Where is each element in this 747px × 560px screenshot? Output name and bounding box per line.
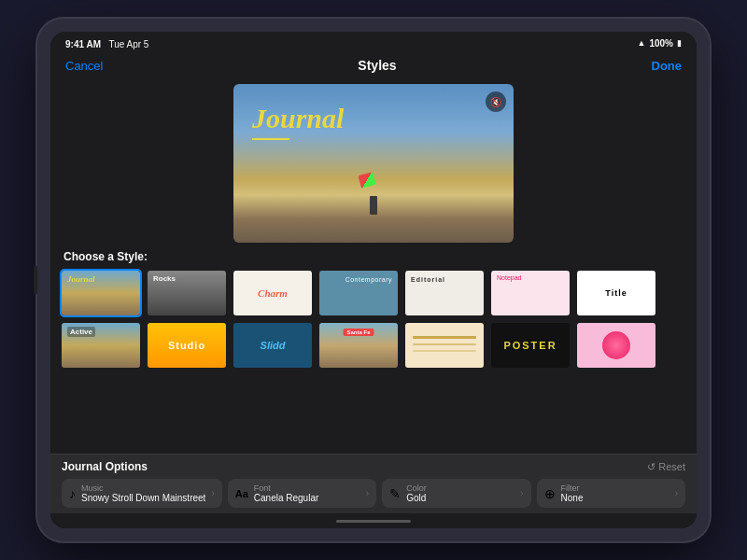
nav-bar: Cancel Styles Done xyxy=(50,54,697,80)
option-music-value: Snowy Stroll Down Mainstreet xyxy=(81,493,205,503)
chooser-label: Choose a Style: xyxy=(63,250,687,263)
thumb-lines-bar3 xyxy=(413,350,476,352)
style-chooser: Choose a Style: Journal Rocks xyxy=(50,250,697,454)
style-thumb-studio[interactable]: Studio xyxy=(146,321,228,370)
music-icon: ♪ xyxy=(69,486,76,501)
journal-options: Journal Options Reset ♪ Music Snowy Stro… xyxy=(50,454,697,513)
style-row-1: Journal Rocks Charm xyxy=(60,269,687,317)
wifi-icon: ▲ xyxy=(638,38,646,48)
option-filter-label: Filter xyxy=(561,483,669,493)
style-thumb-santafe[interactable]: Santa Fe xyxy=(317,321,400,370)
style-thumb-journal[interactable]: Journal xyxy=(60,269,142,317)
main-content: Journal Choose a Style: Journal xyxy=(50,80,697,528)
battery-level: 100% xyxy=(649,38,673,49)
preview-figure xyxy=(370,196,377,215)
style-thumb-notepad[interactable]: Notepad xyxy=(489,269,571,317)
cancel-button[interactable]: Cancel xyxy=(65,59,103,73)
option-filter[interactable]: ⊕ Filter None › xyxy=(537,479,685,508)
thumb-label-editorial: Editorial xyxy=(411,276,445,283)
options-header: Journal Options Reset xyxy=(62,460,685,473)
style-thumb-contemporary[interactable]: Contemporary xyxy=(317,269,400,317)
thumb-lines-bar1 xyxy=(413,336,476,339)
style-grid: Journal Rocks Charm xyxy=(60,269,687,370)
style-thumb-lines[interactable] xyxy=(403,321,486,370)
chevron-right-icon: › xyxy=(675,488,678,498)
options-row: ♪ Music Snowy Stroll Down Mainstreet › A… xyxy=(62,479,685,508)
home-bar[interactable] xyxy=(336,520,411,523)
color-icon: ✎ xyxy=(389,486,401,501)
style-thumb-poster[interactable]: POSTER xyxy=(489,321,571,370)
style-thumb-title[interactable]: Title xyxy=(575,269,657,317)
status-date: Tue Apr 5 xyxy=(108,39,148,49)
ipad-screen: 9:41 AM Tue Apr 5 ▲ 100% ▮ Cancel Styles… xyxy=(50,32,697,528)
option-font[interactable]: Aa Font Canela Regular › xyxy=(228,479,376,508)
style-thumb-slidd[interactable]: Slidd xyxy=(232,321,314,370)
style-thumb-flower[interactable] xyxy=(575,321,657,370)
status-time: 9:41 AM xyxy=(65,39,101,49)
reset-button[interactable]: Reset xyxy=(647,461,685,473)
option-color-value: Gold xyxy=(406,493,514,503)
preview-underline xyxy=(252,138,289,140)
thumb-label-notepad: Notepad xyxy=(497,274,521,281)
thumb-label-poster: POSTER xyxy=(503,340,557,351)
ipad-device: 9:41 AM Tue Apr 5 ▲ 100% ▮ Cancel Styles… xyxy=(37,19,710,541)
thumb-lines-bar2 xyxy=(413,343,476,345)
page-title: Styles xyxy=(358,58,396,73)
option-font-label: Font xyxy=(254,483,360,493)
preview-title-text: Journal xyxy=(252,103,344,134)
option-color-label: Color xyxy=(406,483,514,493)
thumb-label-santafe: Santa Fe xyxy=(343,329,374,336)
option-filter-text: Filter None xyxy=(561,483,669,503)
status-bar: 9:41 AM Tue Apr 5 ▲ 100% ▮ xyxy=(50,32,697,54)
chevron-right-icon: › xyxy=(366,488,369,498)
option-music-label: Music xyxy=(81,483,205,493)
chevron-right-icon: › xyxy=(520,488,523,498)
battery-icon: ▮ xyxy=(677,38,682,48)
preview-kite xyxy=(358,172,375,189)
filter-icon: ⊕ xyxy=(544,486,556,501)
option-color-text: Color Gold xyxy=(406,483,514,503)
thumb-label-studio: Studio xyxy=(168,340,205,351)
home-indicator xyxy=(50,513,697,528)
option-music[interactable]: ♪ Music Snowy Stroll Down Mainstreet › xyxy=(62,479,222,508)
option-music-text: Music Snowy Stroll Down Mainstreet xyxy=(81,483,205,503)
thumb-label-rocks: Rocks xyxy=(153,274,176,283)
option-color[interactable]: ✎ Color Gold › xyxy=(382,479,530,508)
style-thumb-active[interactable]: Active xyxy=(60,321,142,370)
video-preview: Journal xyxy=(233,84,514,243)
thumb-label-journal: Journal xyxy=(67,274,95,284)
done-button[interactable]: Done xyxy=(652,59,683,73)
thumb-label-slidd: Slidd xyxy=(261,340,286,351)
style-row-2: Active Studio Slidd xyxy=(60,321,687,370)
style-thumb-rocks[interactable]: Rocks xyxy=(146,269,228,317)
thumb-label-contemporary: Contemporary xyxy=(345,276,392,283)
style-thumb-editorial[interactable]: Editorial xyxy=(403,269,486,317)
thumb-flower-circle xyxy=(602,331,630,359)
side-button[interactable] xyxy=(34,266,37,294)
style-thumb-charm[interactable]: Charm xyxy=(232,269,314,317)
font-icon: Aa xyxy=(235,488,248,499)
preview-area: Journal xyxy=(50,80,697,250)
option-font-value: Canela Regular xyxy=(254,493,360,503)
thumb-label-charm: Charm xyxy=(258,287,288,299)
thumb-label-title: Title xyxy=(605,288,627,298)
option-filter-value: None xyxy=(561,493,669,503)
chevron-right-icon: › xyxy=(211,488,214,498)
thumb-label-active: Active xyxy=(67,327,95,337)
mute-button[interactable] xyxy=(486,91,506,112)
options-title: Journal Options xyxy=(62,460,148,473)
option-font-text: Font Canela Regular xyxy=(254,483,360,503)
